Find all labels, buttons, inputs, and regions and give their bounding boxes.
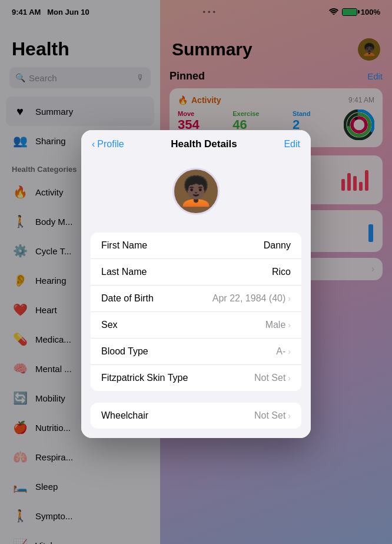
back-label: Profile [97,139,124,150]
first-name-label: First Name [101,240,147,251]
modal-bottom-spacing [91,429,301,438]
last-name-row[interactable]: Last Name Rico [91,259,301,286]
back-chevron-icon: ‹ [92,139,95,150]
sex-value: Male › [265,320,291,330]
wheelchair-row[interactable]: Wheelchair Not Set › [91,403,301,429]
modal-avatar[interactable]: 🧑🏿‍🦱 [172,168,220,215]
modal-back-button[interactable]: ‹ Profile [92,139,124,150]
blood-type-chevron: › [288,347,291,356]
first-name-value: Danny [264,240,291,251]
skin-type-row[interactable]: Fitzpatrick Skin Type Not Set › [91,365,301,391]
wheelchair-chevron: › [288,411,291,420]
dob-value: Apr 22, 1984 (40) › [212,293,291,304]
modal-nav: ‹ Profile Health Details Edit [81,130,311,156]
form-gap [91,391,301,403]
personal-info-group: First Name Danny Last Name Rico Date of … [91,233,301,391]
blood-type-label: Blood Type [101,346,148,357]
health-details-modal: ‹ Profile Health Details Edit 🧑🏿‍🦱 First… [81,130,311,438]
wheelchair-value: Not Set › [254,410,291,421]
last-name-label: Last Name [101,267,147,277]
modal-edit-button[interactable]: Edit [284,139,300,150]
sex-row[interactable]: Sex Male › [91,312,301,339]
skin-type-chevron: › [288,373,291,383]
dob-row[interactable]: Date of Birth Apr 22, 1984 (40) › [91,286,301,312]
skin-type-label: Fitzpatrick Skin Type [101,373,188,383]
sex-chevron: › [288,320,291,330]
wheelchair-group: Wheelchair Not Set › [91,403,301,429]
blood-type-value: A- › [276,346,291,357]
wheelchair-label: Wheelchair [101,410,148,421]
avatar-emoji: 🧑🏿‍🦱 [178,175,214,208]
first-name-row[interactable]: First Name Danny [91,233,301,259]
dob-label: Date of Birth [101,293,154,304]
skin-type-value: Not Set › [254,373,291,383]
last-name-value: Rico [272,267,291,277]
blood-type-row[interactable]: Blood Type A- › [91,339,301,365]
modal-overlay: ‹ Profile Health Details Edit 🧑🏿‍🦱 First… [0,0,392,544]
sex-label: Sex [101,320,118,330]
dob-chevron: › [288,294,291,303]
modal-title: Health Details [171,138,237,150]
modal-avatar-section: 🧑🏿‍🦱 [81,156,311,233]
